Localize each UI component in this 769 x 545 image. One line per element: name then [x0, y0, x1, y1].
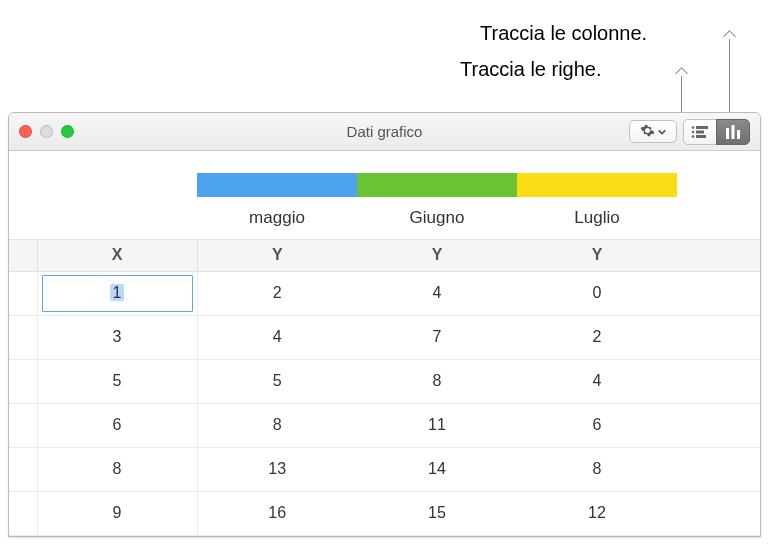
- svg-rect-7: [732, 125, 735, 139]
- chart-data-window: Dati grafico: [8, 112, 761, 537]
- axis-label-x: X: [37, 239, 197, 271]
- callouts: Traccia le colonne. Traccia le righe.: [0, 0, 769, 115]
- data-cell[interactable]: 8: [197, 403, 357, 447]
- columns-icon: [724, 125, 742, 139]
- axis-label-y-3: Y: [517, 239, 677, 271]
- rows-icon: [691, 125, 709, 139]
- svg-rect-1: [696, 130, 704, 133]
- data-cell[interactable]: 0: [517, 271, 677, 315]
- data-cell[interactable]: 6: [517, 403, 677, 447]
- traffic-lights: [19, 125, 74, 138]
- data-cell[interactable]: 3: [37, 315, 197, 359]
- data-cell[interactable]: 5: [197, 359, 357, 403]
- data-cell[interactable]: 2: [517, 315, 677, 359]
- zoom-window-button[interactable]: [61, 125, 74, 138]
- data-cell[interactable]: 4: [357, 271, 517, 315]
- data-cell[interactable]: 8: [37, 447, 197, 491]
- data-cell[interactable]: 2: [197, 271, 357, 315]
- settings-dropdown[interactable]: [629, 120, 677, 143]
- data-cell[interactable]: 12: [517, 491, 677, 535]
- minimize-window-button[interactable]: [40, 125, 53, 138]
- titlebar[interactable]: Dati grafico: [9, 113, 760, 151]
- svg-point-3: [692, 126, 695, 129]
- data-cell[interactable]: 15: [357, 491, 517, 535]
- svg-point-5: [692, 135, 695, 138]
- data-cell[interactable]: 7: [357, 315, 517, 359]
- data-cell[interactable]: 4: [517, 359, 677, 403]
- data-cell[interactable]: 1: [37, 271, 197, 315]
- series-color-1[interactable]: [197, 173, 357, 197]
- data-table: maggio Giugno Luglio X Y Y Y 1 2 4 0 3 4…: [9, 151, 760, 536]
- svg-rect-6: [726, 128, 729, 139]
- chevron-down-icon: [657, 123, 667, 140]
- series-color-2[interactable]: [357, 173, 517, 197]
- data-cell[interactable]: 9: [37, 491, 197, 535]
- callout-track-columns: Traccia le colonne.: [480, 22, 647, 45]
- data-cell[interactable]: 8: [357, 359, 517, 403]
- column-header-3[interactable]: Luglio: [517, 197, 677, 239]
- plot-rows-button[interactable]: [683, 119, 717, 145]
- svg-rect-8: [737, 130, 740, 139]
- axis-label-y-1: Y: [197, 239, 357, 271]
- data-cell[interactable]: 6: [37, 403, 197, 447]
- data-cell[interactable]: 4: [197, 315, 357, 359]
- callout-track-rows: Traccia le righe.: [460, 58, 602, 81]
- data-cell[interactable]: 11: [357, 403, 517, 447]
- svg-rect-2: [696, 135, 706, 138]
- column-header-1[interactable]: maggio: [197, 197, 357, 239]
- data-cell[interactable]: 16: [197, 491, 357, 535]
- data-cell[interactable]: 13: [197, 447, 357, 491]
- gear-icon: [640, 123, 655, 141]
- axis-label-y-2: Y: [357, 239, 517, 271]
- data-cell[interactable]: 8: [517, 447, 677, 491]
- data-cell[interactable]: 5: [37, 359, 197, 403]
- svg-rect-0: [696, 126, 708, 129]
- plot-columns-button[interactable]: [716, 119, 750, 145]
- column-header-2[interactable]: Giugno: [357, 197, 517, 239]
- series-color-3[interactable]: [517, 173, 677, 197]
- close-window-button[interactable]: [19, 125, 32, 138]
- svg-point-4: [692, 130, 695, 133]
- data-cell[interactable]: 14: [357, 447, 517, 491]
